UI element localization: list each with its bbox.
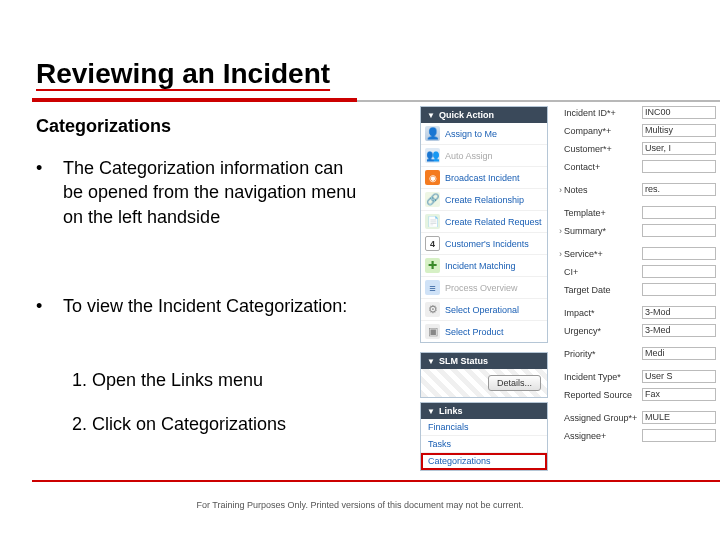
qa-label: Create Related Request — [445, 217, 542, 227]
incident-form: Incident ID*+INC00Company*+MultisyCustom… — [554, 104, 716, 445]
qa-label: Customer's Incidents — [445, 239, 529, 249]
person-plus-icon: 👥 — [425, 148, 440, 163]
title-rule-accent — [32, 98, 357, 102]
links-header[interactable]: ▼ Links — [421, 403, 547, 419]
field-input[interactable] — [642, 283, 716, 296]
qa-incident-matching[interactable]: ✚ Incident Matching — [421, 255, 547, 277]
qa-label: Process Overview — [445, 283, 518, 293]
form-row: Assigned Group*+MULE — [554, 409, 716, 426]
slm-header[interactable]: ▼ SLM Status — [421, 353, 547, 369]
link-icon: 🔗 — [425, 192, 440, 207]
slm-header-label: SLM Status — [439, 356, 488, 366]
qa-label: Assign to Me — [445, 129, 497, 139]
link-tasks[interactable]: Tasks — [421, 436, 547, 453]
form-row: Target Date — [554, 281, 716, 298]
qa-broadcast[interactable]: ◉ Broadcast Incident — [421, 167, 547, 189]
field-input[interactable] — [642, 160, 716, 173]
quick-action-header[interactable]: ▼ Quick Action — [421, 107, 547, 123]
form-row: Incident Type*User S — [554, 368, 716, 385]
step-2: 2. Click on Categorizations — [72, 414, 286, 435]
gear-icon: ⚙ — [425, 302, 440, 317]
field-label: Urgency* — [564, 326, 642, 336]
qa-process-overview[interactable]: ≡ Process Overview — [421, 277, 547, 299]
match-icon: ✚ — [425, 258, 440, 273]
qa-auto-assign[interactable]: 👥 Auto Assign — [421, 145, 547, 167]
form-row: ›Summary* — [554, 222, 716, 239]
quick-action-panel: ▼ Quick Action 👤 Assign to Me 👥 Auto Ass… — [420, 106, 548, 343]
chevron-down-icon: ▼ — [427, 357, 435, 366]
bullet-2-text: To view the Incident Categorization: — [63, 294, 363, 318]
field-label: Reported Source — [564, 390, 642, 400]
field-label: Contact+ — [564, 162, 642, 172]
qa-label: Auto Assign — [445, 151, 493, 161]
chevron-down-icon: ▼ — [427, 407, 435, 416]
field-input[interactable] — [642, 247, 716, 260]
link-financials[interactable]: Financials — [421, 419, 547, 436]
field-input[interactable]: INC00 — [642, 106, 716, 119]
qa-label: Incident Matching — [445, 261, 516, 271]
field-input[interactable] — [642, 265, 716, 278]
qa-create-related-request[interactable]: 📄 Create Related Request — [421, 211, 547, 233]
bullet-mark-icon: • — [36, 294, 58, 318]
form-row: ›Service*+ — [554, 245, 716, 262]
field-input[interactable]: 3-Med — [642, 324, 716, 337]
field-label: Assignee+ — [564, 431, 642, 441]
expand-icon[interactable]: › — [554, 185, 564, 195]
qa-customers-incidents[interactable]: 4 Customer's Incidents — [421, 233, 547, 255]
field-input[interactable]: User S — [642, 370, 716, 383]
link-categorizations[interactable]: Categorizations — [421, 453, 547, 470]
form-row: Impact*3-Mod — [554, 304, 716, 321]
field-label: Summary* — [564, 226, 642, 236]
field-label: Assigned Group*+ — [564, 413, 642, 423]
qa-create-relationship[interactable]: 🔗 Create Relationship — [421, 189, 547, 211]
form-row: Template+ — [554, 204, 716, 221]
field-input[interactable]: Fax — [642, 388, 716, 401]
footer-note: For Training Purposes Only. Printed vers… — [0, 500, 720, 510]
field-input[interactable] — [642, 429, 716, 442]
qa-label: Select Operational — [445, 305, 519, 315]
form-row: Customer*+User, I — [554, 140, 716, 157]
subheading: Categorizations — [36, 116, 171, 137]
field-label: Company*+ — [564, 126, 642, 136]
qa-label: Select Product — [445, 327, 504, 337]
links-panel: ▼ Links Financials Tasks Categorizations — [420, 402, 548, 471]
details-button[interactable]: Details... — [488, 375, 541, 391]
field-label: Incident Type* — [564, 372, 642, 382]
field-label: Template+ — [564, 208, 642, 218]
qa-assign-to-me[interactable]: 👤 Assign to Me — [421, 123, 547, 145]
field-input[interactable] — [642, 206, 716, 219]
field-label: Impact* — [564, 308, 642, 318]
form-row: Urgency*3-Med — [554, 322, 716, 339]
field-label: Service*+ — [564, 249, 642, 259]
form-row: Company*+Multisy — [554, 122, 716, 139]
bottom-rule — [32, 480, 720, 482]
quick-action-header-label: Quick Action — [439, 110, 494, 120]
qa-select-operational[interactable]: ⚙ Select Operational — [421, 299, 547, 321]
field-label: Notes — [564, 185, 642, 195]
field-input[interactable] — [642, 224, 716, 237]
field-input[interactable]: res. — [642, 183, 716, 196]
form-row: Assignee+ — [554, 427, 716, 444]
field-label: Incident ID*+ — [564, 108, 642, 118]
qa-label: Create Relationship — [445, 195, 524, 205]
field-label: Customer*+ — [564, 144, 642, 154]
process-icon: ≡ — [425, 280, 440, 295]
field-input[interactable]: 3-Mod — [642, 306, 716, 319]
links-header-label: Links — [439, 406, 463, 416]
field-input[interactable]: Medi — [642, 347, 716, 360]
form-row: Priority*Medi — [554, 345, 716, 362]
person-icon: 👤 — [425, 126, 440, 141]
field-input[interactable]: Multisy — [642, 124, 716, 137]
expand-icon[interactable]: › — [554, 226, 564, 236]
qa-select-product[interactable]: ▣ Select Product — [421, 321, 547, 342]
count-badge: 4 — [425, 236, 440, 251]
expand-icon[interactable]: › — [554, 249, 564, 259]
field-input[interactable]: MULE — [642, 411, 716, 424]
page-title: Reviewing an Incident — [36, 58, 330, 90]
field-label: Priority* — [564, 349, 642, 359]
form-row: ›Notesres. — [554, 181, 716, 198]
field-label: Target Date — [564, 285, 642, 295]
chevron-down-icon: ▼ — [427, 111, 435, 120]
bullet-1: • The Categorization information can be … — [36, 156, 371, 229]
field-input[interactable]: User, I — [642, 142, 716, 155]
